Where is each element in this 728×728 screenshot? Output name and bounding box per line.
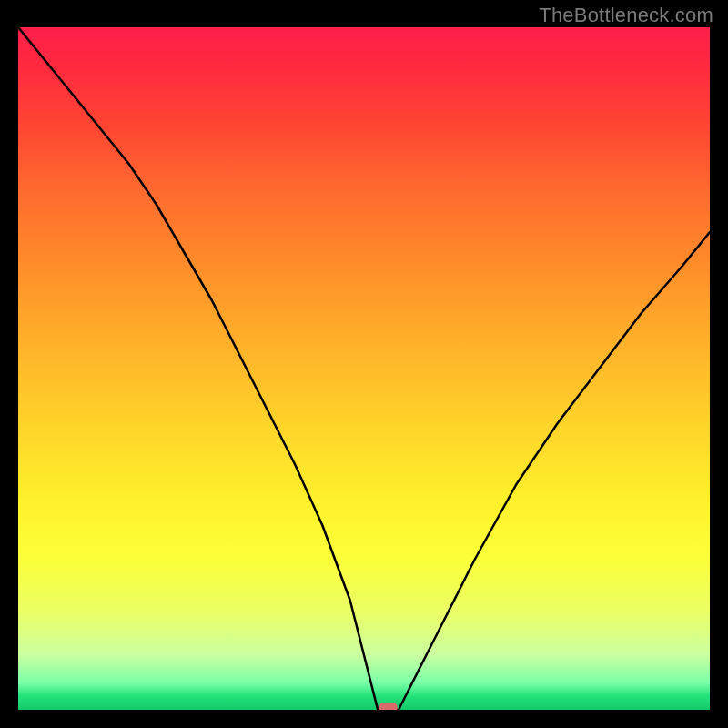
- watermark-text: TheBottleneck.com: [539, 4, 713, 27]
- bottleneck-curve: [18, 27, 710, 710]
- optimum-marker: [379, 703, 398, 710]
- chart-frame: TheBottleneck.com: [0, 0, 728, 728]
- plot-area: [18, 27, 710, 710]
- chart-svg: [18, 27, 710, 710]
